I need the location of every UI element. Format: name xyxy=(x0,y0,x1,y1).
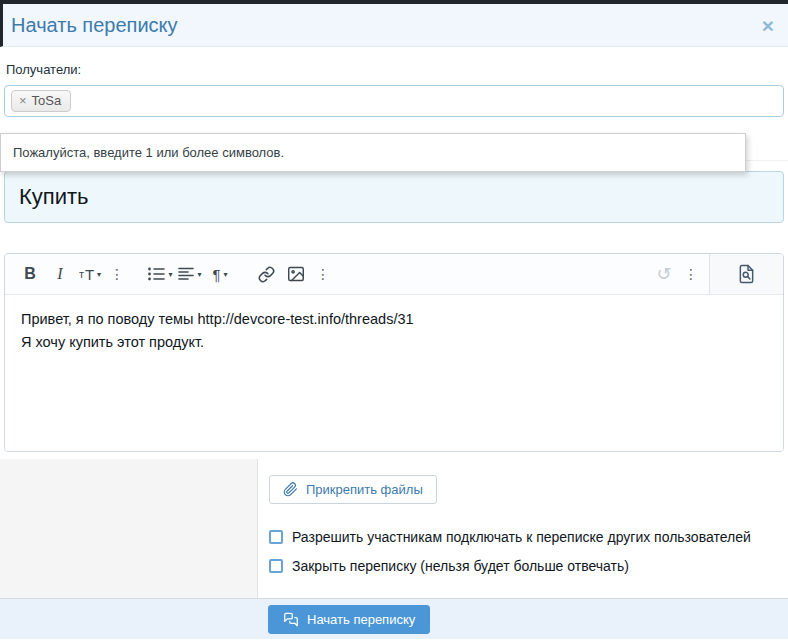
close-button[interactable]: × xyxy=(762,15,774,36)
vertical-dots-icon: ⋮ xyxy=(110,266,124,282)
left-panel xyxy=(0,459,258,598)
vertical-dots-icon: ⋮ xyxy=(684,266,698,282)
undo-icon: ↺ xyxy=(656,263,671,285)
bold-button[interactable]: B xyxy=(16,259,44,289)
image-icon xyxy=(287,266,305,282)
paperclip-icon xyxy=(283,482,298,497)
lock-conversation-checkbox[interactable] xyxy=(269,559,283,573)
list-icon xyxy=(147,267,165,281)
chevron-down-icon: ▾ xyxy=(197,270,201,279)
chevron-down-icon: ▾ xyxy=(168,270,172,279)
undo-button[interactable]: ↺ xyxy=(650,259,678,289)
link-icon xyxy=(258,266,275,283)
close-icon: × xyxy=(762,14,774,37)
italic-button[interactable]: I xyxy=(46,259,74,289)
message-line: Привет, я по поводу темы http://devcore-… xyxy=(21,308,767,331)
conversation-title-field[interactable] xyxy=(4,171,784,223)
chevron-down-icon: ▾ xyxy=(224,270,228,279)
list-button[interactable]: ▾ xyxy=(146,259,174,289)
more-media-options-button[interactable]: ⋮ xyxy=(312,259,334,289)
paragraph-format-button[interactable]: ¶▾ xyxy=(206,259,234,289)
lock-conversation-option: Закрыть переписку (нельзя будет больше о… xyxy=(269,558,788,574)
attach-files-button[interactable]: Прикрепить файлы xyxy=(269,475,437,504)
recipients-text-input[interactable] xyxy=(77,94,777,109)
allow-invite-option: Разрешить участникам подключать к перепи… xyxy=(269,529,788,545)
preview-button[interactable] xyxy=(709,254,783,294)
recipient-token: × ToSa xyxy=(11,90,71,112)
start-conversation-label: Начать переписку xyxy=(307,612,415,627)
token-label: ToSa xyxy=(32,93,62,108)
lower-section: Прикрепить файлы Разрешить участникам по… xyxy=(0,459,788,598)
lock-conversation-label: Закрыть переписку (нельзя будет больше о… xyxy=(292,558,629,574)
align-icon xyxy=(178,267,194,281)
allow-invite-label: Разрешить участникам подключать к перепи… xyxy=(292,529,751,545)
italic-icon: I xyxy=(57,265,62,283)
token-remove-icon[interactable]: × xyxy=(19,93,27,108)
message-line: Я хочу купить этот продукт. xyxy=(21,331,767,354)
dialog-body: Получатели: × ToSa Пожалуйста, введите 1… xyxy=(0,62,788,598)
toolbar-right: ↺ ⋮ xyxy=(649,254,709,294)
chat-bubbles-icon xyxy=(283,612,299,627)
toolbar-buttons: B I тT▾ ⋮ ▾ xyxy=(5,254,649,294)
bold-icon: B xyxy=(24,265,36,283)
rich-text-editor: B I тT▾ ⋮ ▾ xyxy=(4,253,784,452)
paragraph-icon: ¶ xyxy=(212,266,220,283)
alignment-button[interactable]: ▾ xyxy=(176,259,204,289)
more-text-options-button[interactable]: ⋮ xyxy=(106,259,128,289)
message-body-editor[interactable]: Привет, я по поводу темы http://devcore-… xyxy=(5,295,783,451)
preview-icon xyxy=(737,264,756,284)
recipients-input[interactable]: × ToSa xyxy=(4,85,784,117)
editor-toolbar: B I тT▾ ⋮ ▾ xyxy=(5,254,783,295)
dialog-footer: Начать переписку xyxy=(0,598,788,639)
start-conversation-button[interactable]: Начать переписку xyxy=(268,605,430,634)
options-panel: Прикрепить файлы Разрешить участникам по… xyxy=(258,459,788,598)
link-button[interactable] xyxy=(252,259,280,289)
recipients-label: Получатели: xyxy=(6,62,788,77)
recipients-hint-tooltip: Пожалуйста, введите 1 или более символов… xyxy=(0,133,746,172)
font-size-button[interactable]: тT▾ xyxy=(76,259,104,289)
dialog-header: Начать переписку × xyxy=(0,4,788,47)
more-options-button[interactable]: ⋮ xyxy=(680,259,702,289)
chevron-down-icon: ▾ xyxy=(97,270,101,279)
conversation-options: Разрешить участникам подключать к перепи… xyxy=(269,529,788,574)
allow-invite-checkbox[interactable] xyxy=(269,530,283,544)
attach-files-label: Прикрепить файлы xyxy=(306,482,423,497)
image-button[interactable] xyxy=(282,259,310,289)
font-size-icon: т xyxy=(79,268,84,280)
vertical-dots-icon: ⋮ xyxy=(316,266,330,282)
page-title: Начать переписку xyxy=(11,14,762,37)
